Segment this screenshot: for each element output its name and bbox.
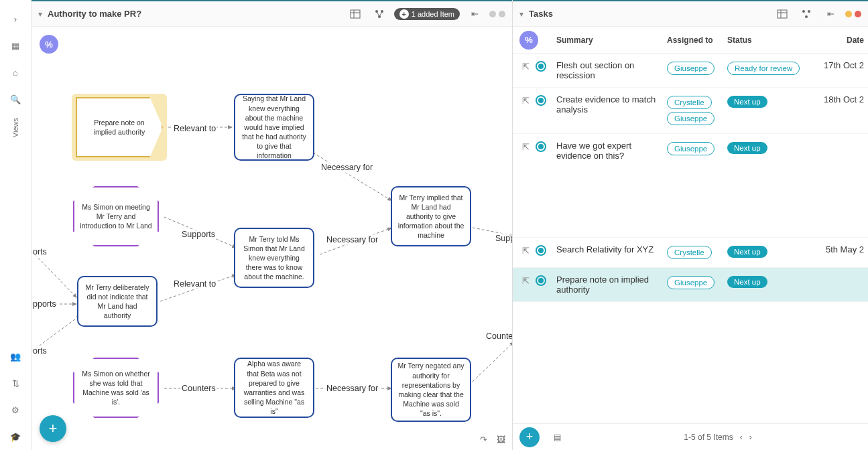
percent-badge[interactable]: % xyxy=(40,35,58,54)
task-row[interactable]: ⇱Create evidence to match analysisCryste… xyxy=(513,88,868,134)
dot-grey[interactable] xyxy=(489,11,496,17)
users-icon[interactable]: 👥 xyxy=(5,346,26,367)
hierarchy-icon[interactable]: ⇅ xyxy=(5,372,26,394)
assignee-pill[interactable]: Crystelle xyxy=(667,96,712,109)
status-pill[interactable]: Next up xyxy=(727,246,767,258)
svg-point-25 xyxy=(805,15,808,18)
home-icon[interactable]: ⌂ xyxy=(5,62,26,83)
svg-line-7 xyxy=(379,11,382,17)
node-simon-meeting[interactable]: Ms Simon on meeting Mr Terry and introdu… xyxy=(73,186,159,246)
node-terry-negated[interactable]: Mr Terry negated any authority for repre… xyxy=(391,358,471,422)
tasks-body: % Summary Assigned to Status Date ⇱Flesh… xyxy=(513,27,868,423)
window-controls xyxy=(489,11,505,17)
node-prepare-note[interactable]: Prepare note on implied authority xyxy=(76,97,163,157)
task-status: Next up xyxy=(727,141,814,155)
edge-counters: Counters xyxy=(180,383,217,394)
diagram-title: Authority to make PR? xyxy=(48,9,141,19)
task-summary: Flesh out section on rescission xyxy=(556,60,667,80)
assignee-pill[interactable]: Giuseppe xyxy=(667,112,715,125)
edge-relevant: Relevant to xyxy=(172,123,217,134)
table-view-icon[interactable] xyxy=(773,5,792,23)
layout-icon[interactable]: ▤ xyxy=(548,429,566,446)
status-icon[interactable] xyxy=(536,61,546,72)
next-page-icon[interactable]: › xyxy=(749,433,752,442)
assignee-pill[interactable]: Crystelle xyxy=(667,246,712,259)
dot-red[interactable] xyxy=(855,11,861,17)
diagram-canvas[interactable]: % Prepare note on xyxy=(32,27,512,450)
search-icon[interactable]: 🔍 xyxy=(5,88,26,110)
diagram-header: ▾ Authority to make PR? +1 added Item ⇤ xyxy=(32,0,512,27)
collapse-panel-icon[interactable]: ⇤ xyxy=(821,5,840,23)
node-terry-deliberate[interactable]: Mr Terry deliberately did not indicate t… xyxy=(77,276,158,327)
added-items-badge[interactable]: +1 added Item xyxy=(394,8,460,20)
open-icon[interactable]: ⇱ xyxy=(519,60,532,72)
status-icon[interactable] xyxy=(536,141,546,152)
dot-yellow[interactable] xyxy=(845,11,852,17)
task-assignees: Giuseppe xyxy=(667,275,727,291)
col-summary[interactable]: Summary xyxy=(556,35,667,45)
task-assignees: CrystelleGiuseppe xyxy=(667,94,727,127)
task-row[interactable]: ⇱Have we got expert evidence on this?Giu… xyxy=(513,134,868,238)
education-icon[interactable]: 🎓 xyxy=(5,426,26,447)
left-rail: › ▦ ⌂ 🔍 Views 👥 ⇅ ⚙ 🎓 xyxy=(0,0,32,450)
prev-page-icon[interactable]: ‹ xyxy=(740,433,743,442)
node-terry-implied[interactable]: Mr Terry implied that Mr Land had author… xyxy=(391,186,471,246)
add-task-button[interactable]: + xyxy=(519,427,540,447)
edge-necessary: Necessary for xyxy=(325,234,379,245)
status-pill[interactable]: Next up xyxy=(727,276,767,288)
task-summary: Prepare note on implied authority xyxy=(556,275,667,295)
node-simon-asis[interactable]: Ms Simon on whether she was told that Ma… xyxy=(73,358,159,418)
node-alpha-aware[interactable]: Alpha was aware that Beta was not prepar… xyxy=(234,358,314,418)
edge-necessary: Necessary for xyxy=(320,162,374,173)
gear-icon[interactable]: ⚙ xyxy=(5,399,26,421)
node-terry-told[interactable]: Mr Terry told Ms Simon that Mr Land knew… xyxy=(234,228,314,288)
graph-view-icon[interactable] xyxy=(797,5,816,23)
collapse-panel-icon[interactable]: ⇤ xyxy=(465,5,484,23)
status-pill[interactable]: Next up xyxy=(727,142,767,154)
edge-necessary: Necessary for xyxy=(325,383,379,394)
status-icon[interactable] xyxy=(536,95,546,106)
expand-icon[interactable]: › xyxy=(5,8,26,29)
table-view-icon[interactable] xyxy=(346,5,365,23)
task-summary: Create evidence to match analysis xyxy=(556,94,667,115)
redo-icon[interactable]: ↷ xyxy=(480,435,487,445)
add-node-button[interactable]: + xyxy=(40,415,66,442)
graph-view-icon[interactable] xyxy=(370,5,389,23)
task-row[interactable]: ⇱Flesh out section on rescissionGiuseppe… xyxy=(513,54,868,88)
col-assigned[interactable]: Assigned to xyxy=(667,35,727,45)
status-pill[interactable]: Next up xyxy=(727,96,767,108)
open-icon[interactable]: ⇱ xyxy=(519,141,532,153)
percent-badge[interactable]: % xyxy=(519,31,538,50)
edge-supports: Supports xyxy=(180,229,216,240)
node-task-highlight[interactable]: Prepare note on implied authority xyxy=(72,94,167,161)
svg-point-23 xyxy=(802,10,805,13)
assignee-pill[interactable]: Giuseppe xyxy=(667,276,715,289)
node-saying-land[interactable]: Saying that Mr Land knew everything abou… xyxy=(234,94,314,161)
task-row[interactable]: ⇱Search Relativity for XYZCrystelleNext … xyxy=(513,238,868,268)
task-status: Next up xyxy=(727,244,814,259)
status-pill[interactable]: Ready for review xyxy=(727,62,800,75)
col-date[interactable]: Date xyxy=(814,35,868,45)
open-icon[interactable]: ⇱ xyxy=(519,244,532,256)
assignee-pill[interactable]: Giuseppe xyxy=(667,142,715,155)
task-row[interactable]: ⇱Prepare note on implied authorityGiusep… xyxy=(513,268,868,302)
task-date: 5th May 2 xyxy=(814,244,868,254)
svg-line-6 xyxy=(377,11,379,17)
collapse-icon[interactable]: ▾ xyxy=(519,9,523,19)
open-icon[interactable]: ⇱ xyxy=(519,275,532,287)
grid-icon[interactable]: ▦ xyxy=(5,35,26,56)
diagram-pane: ▾ Authority to make PR? +1 added Item ⇤ … xyxy=(32,0,513,450)
dot-grey[interactable] xyxy=(499,11,505,17)
status-icon[interactable] xyxy=(536,245,546,256)
svg-line-19 xyxy=(473,342,512,382)
svg-rect-20 xyxy=(778,10,787,18)
status-icon[interactable] xyxy=(536,275,546,286)
image-icon[interactable]: 🖼 xyxy=(497,435,505,445)
task-assignees: Giuseppe xyxy=(667,141,727,157)
tasks-footer: + ▤ 1-5 of 5 Items ‹ › xyxy=(513,423,868,450)
col-status[interactable]: Status xyxy=(727,35,814,45)
collapse-icon[interactable]: ▾ xyxy=(38,9,42,19)
app-root: › ▦ ⌂ 🔍 Views 👥 ⇅ ⚙ 🎓 ▾ Authority to mak… xyxy=(0,0,868,450)
assignee-pill[interactable]: Giuseppe xyxy=(667,62,715,75)
open-icon[interactable]: ⇱ xyxy=(519,94,532,106)
